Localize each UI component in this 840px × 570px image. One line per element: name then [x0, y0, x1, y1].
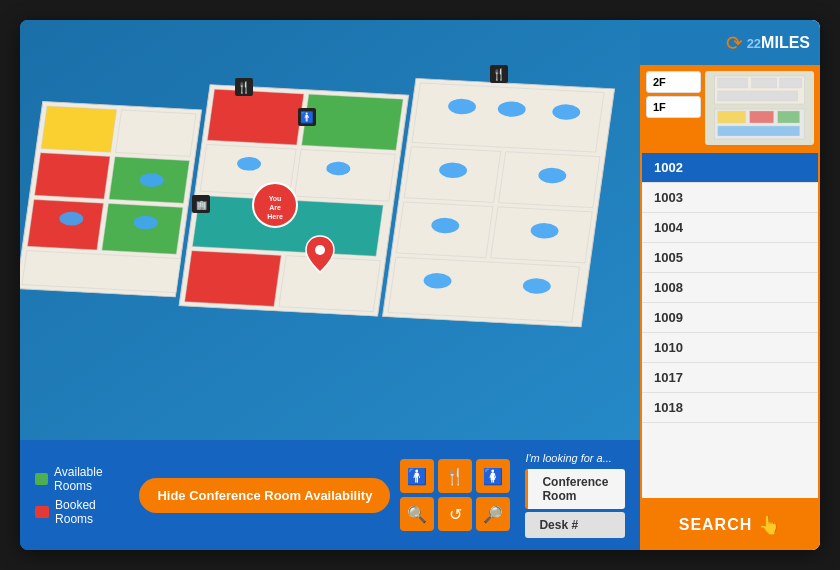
svg-rect-6	[27, 200, 103, 250]
svg-point-50	[315, 245, 325, 255]
logo-text: 22MILES	[747, 34, 810, 52]
woman-icon-button[interactable]: 🚺	[476, 459, 510, 493]
svg-rect-23	[388, 257, 579, 322]
room-list-item-1005[interactable]: 1005	[642, 243, 818, 273]
room-list-item-1003[interactable]: 1003	[642, 183, 818, 213]
room-id: 1009	[654, 310, 683, 325]
logo-brand: MILES	[761, 34, 810, 51]
svg-rect-10	[207, 89, 304, 145]
conference-room-tab[interactable]: Conference Room	[525, 469, 625, 509]
svg-rect-57	[717, 111, 745, 123]
logo-icon: ⟳	[726, 31, 743, 55]
svg-text:🍴: 🍴	[237, 80, 251, 94]
room-list-item-1004[interactable]: 1004	[642, 213, 818, 243]
map-area: 🍴 🚹 🍴 🏢 You Are Here	[20, 20, 640, 440]
room-id: 1004	[654, 220, 683, 235]
svg-rect-2	[41, 106, 116, 152]
legend-booked-box	[35, 506, 49, 518]
floor-2-label: 2F	[653, 76, 666, 88]
svg-rect-3	[116, 110, 196, 156]
room-list-item-1008[interactable]: 1008	[642, 273, 818, 303]
main-screen: 🍴 🚹 🍴 🏢 You Are Here	[20, 20, 820, 550]
room-list-item-1002[interactable]: 1002	[642, 153, 818, 183]
floor-2-button[interactable]: 2F	[646, 71, 701, 93]
search-button-label: SEARCH	[679, 516, 753, 534]
floor-selector: 2F 1F	[640, 65, 820, 151]
svg-rect-4	[35, 153, 110, 199]
floor-plan-svg: 🍴 🚹 🍴 🏢 You Are Here	[20, 20, 640, 440]
room-id: 1002	[654, 160, 683, 175]
zoom-out-button[interactable]: 🔎	[476, 497, 510, 531]
legend-booked: Booked Rooms	[35, 498, 119, 526]
svg-rect-54	[779, 78, 801, 88]
zoom-in-button[interactable]: 🔍	[400, 497, 434, 531]
person-icon-button[interactable]: 🚹	[400, 459, 434, 493]
desk-tab[interactable]: Desk #	[525, 512, 625, 538]
svg-rect-11	[302, 94, 403, 150]
bottom-bar: Available Rooms Booked Rooms Hide Confer…	[20, 440, 640, 550]
legend-available-box	[35, 473, 48, 485]
svg-rect-58	[749, 111, 773, 123]
floor-1-label: 1F	[653, 101, 666, 113]
room-list-item-1017[interactable]: 1017	[642, 363, 818, 393]
room-list-item-1010[interactable]: 1010	[642, 333, 818, 363]
room-id: 1003	[654, 190, 683, 205]
legend-available: Available Rooms	[35, 465, 119, 493]
search-prompt: I'm looking for a...	[525, 452, 625, 464]
svg-rect-53	[751, 78, 776, 88]
room-id: 1018	[654, 400, 683, 415]
map-controls: 🚹 🍴 🚺 🔍 ↺ 🔎	[400, 459, 510, 531]
logo-number: 22	[747, 36, 761, 51]
svg-rect-16	[279, 256, 380, 312]
room-id: 1017	[654, 370, 683, 385]
svg-text:You: You	[269, 195, 282, 202]
room-list-item-1018[interactable]: 1018	[642, 393, 818, 423]
room-id: 1010	[654, 340, 683, 355]
svg-rect-15	[185, 251, 282, 307]
search-button[interactable]: SEARCH 👆	[640, 500, 820, 550]
svg-text:🏢: 🏢	[196, 199, 208, 211]
room-selected-badge	[792, 161, 806, 175]
svg-text:🍴: 🍴	[492, 67, 506, 81]
logo-area: ⟳ 22MILES	[640, 20, 820, 65]
icon-row-top: 🚹 🍴 🚺	[400, 459, 510, 493]
room-list-item-1009[interactable]: 1009	[642, 303, 818, 333]
legend: Available Rooms Booked Rooms	[35, 465, 119, 526]
svg-rect-55	[717, 91, 797, 101]
legend-booked-label: Booked Rooms	[55, 498, 119, 526]
room-id: 1005	[654, 250, 683, 265]
svg-rect-13	[294, 149, 395, 201]
svg-text:Are: Are	[269, 204, 281, 211]
svg-text:Here: Here	[267, 213, 283, 220]
icon-row-bottom: 🔍 ↺ 🔎	[400, 497, 510, 531]
legend-available-label: Available Rooms	[54, 465, 119, 493]
svg-rect-59	[777, 111, 799, 123]
search-cursor-icon: 👆	[758, 514, 781, 536]
food-icon-button[interactable]: 🍴	[438, 459, 472, 493]
hide-availability-button[interactable]: Hide Conference Room Availability	[139, 478, 390, 513]
floor-thumbnail-svg	[705, 71, 814, 145]
search-tabs: Conference Room Desk #	[525, 469, 625, 538]
svg-rect-52	[717, 78, 747, 88]
room-id: 1008	[654, 280, 683, 295]
room-list: 1002 1003 1004 1005 1008 1009 1010 10	[640, 151, 820, 500]
floor-1-button[interactable]: 1F	[646, 96, 701, 118]
right-panel: ⟳ 22MILES 2F 1F	[640, 20, 820, 550]
svg-text:🚹: 🚹	[300, 110, 314, 124]
search-area: I'm looking for a... Conference Room Des…	[525, 452, 625, 538]
svg-rect-60	[717, 126, 799, 136]
zoom-reset-button[interactable]: ↺	[438, 497, 472, 531]
